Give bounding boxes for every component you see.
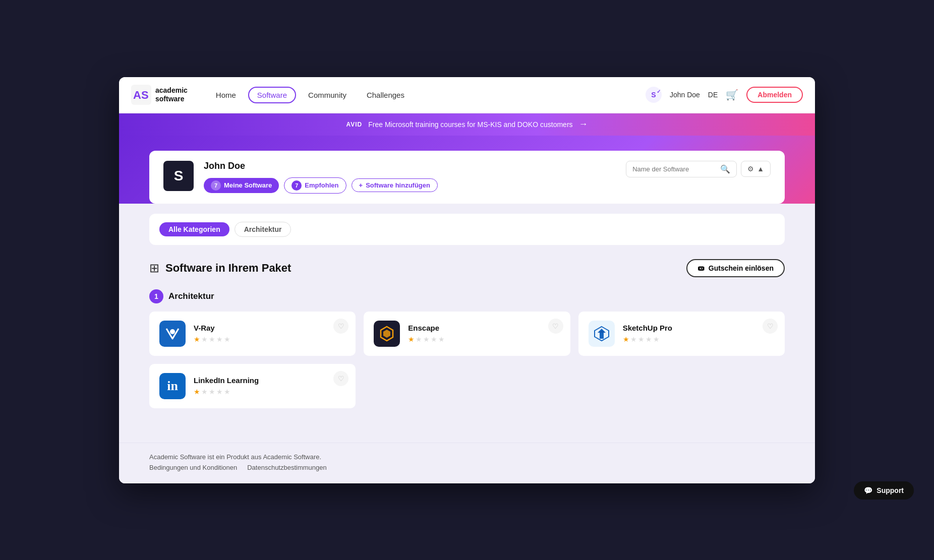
linkedin-name: LinkedIn Learning xyxy=(194,376,345,385)
vray-heart-button[interactable]: ♡ xyxy=(333,319,348,334)
language-selector[interactable]: DE xyxy=(708,91,718,99)
star1: ★ xyxy=(408,335,415,343)
cat-alle[interactable]: Alle Kategorien xyxy=(159,222,229,236)
sketchup-stars: ★ ★ ★ ★ ★ xyxy=(623,335,775,343)
enscape-info: Enscape ★ ★ ★ ★ ★ xyxy=(408,324,560,343)
stack-icon: ⊞ xyxy=(149,261,159,275)
cat-architektur[interactable]: Architektur xyxy=(235,222,291,237)
linkedin-heart-button[interactable]: ♡ xyxy=(333,371,348,386)
star1: ★ xyxy=(623,335,629,343)
vray-logo xyxy=(159,321,186,347)
software-grid-row2: in LinkedIn Learning ★ ★ ★ ★ ★ ♡ xyxy=(149,364,785,408)
footer-link-bedingungen[interactable]: Bedingungen und Konditionen xyxy=(149,464,237,471)
hero-section: S John Doe 7 Meine Software 7 Empfohlen … xyxy=(119,136,815,204)
nav-challenges[interactable]: Challenges xyxy=(359,88,413,102)
footer-link-datenschutz[interactable]: Datenschutzbestimmungen xyxy=(247,464,327,471)
main-content: Alle Kategorien Architektur ⊞ Software i… xyxy=(119,204,815,443)
support-label: Support xyxy=(877,486,904,494)
s-badge: S✓ xyxy=(646,87,662,103)
support-button[interactable]: 💬 Support xyxy=(854,481,914,500)
star5: ★ xyxy=(653,335,660,343)
support-chat-icon: 💬 xyxy=(864,486,872,494)
software-grid-row1: V-Ray ★ ★ ★ ★ ★ ♡ xyxy=(149,312,785,356)
star2: ★ xyxy=(201,335,208,343)
meine-label: Meine Software xyxy=(224,181,272,189)
sketchup-heart-button[interactable]: ♡ xyxy=(763,319,778,334)
enscape-heart-button[interactable]: ♡ xyxy=(548,319,563,334)
banner-arrow-icon: → xyxy=(579,119,588,130)
logo[interactable]: AS academic software xyxy=(131,85,188,105)
star3: ★ xyxy=(423,335,430,343)
star5: ★ xyxy=(438,335,445,343)
footer-text: Academic Software ist ein Produkt aus Ac… xyxy=(149,453,785,461)
software-card-sketchup: SketchUp Pro ★ ★ ★ ★ ★ ♡ xyxy=(578,312,785,356)
vray-name: V-Ray xyxy=(194,324,345,332)
software-card-vray: V-Ray ★ ★ ★ ★ ★ ♡ xyxy=(149,312,356,356)
footer: Academic Software ist ein Produkt aus Ac… xyxy=(119,443,815,483)
meine-count: 7 xyxy=(211,180,221,191)
cat-num: 1 xyxy=(149,289,163,303)
user-name: John Doe xyxy=(204,161,616,171)
add-icon: + xyxy=(359,181,363,189)
cart-icon[interactable]: 🛒 xyxy=(726,89,738,101)
vray-stars: ★ ★ ★ ★ ★ xyxy=(194,335,345,343)
navbar: AS academic software Home Software Commu… xyxy=(119,77,815,113)
voucher-button[interactable]: 🎟 Gutschein einlösen xyxy=(686,259,785,277)
svg-text:AS: AS xyxy=(133,89,149,101)
star2: ★ xyxy=(201,388,208,396)
logo-line2: software xyxy=(155,95,188,103)
empfohlen-label: Empfohlen xyxy=(305,181,338,189)
linkedin-stars: ★ ★ ★ ★ ★ xyxy=(194,388,345,396)
star4: ★ xyxy=(216,388,223,396)
nav-software[interactable]: Software xyxy=(248,87,296,103)
tag-meine-software[interactable]: 7 Meine Software xyxy=(204,178,279,193)
tag-empfohlen[interactable]: 7 Empfohlen xyxy=(284,177,346,194)
footer-links: Bedingungen und Konditionen Datenschutzb… xyxy=(149,464,785,471)
nav-right: S✓ John Doe DE 🛒 Abmelden xyxy=(646,87,803,103)
abmelden-button[interactable]: Abmelden xyxy=(746,87,803,103)
cat-name: Architektur xyxy=(168,291,214,301)
user-info: John Doe 7 Meine Software 7 Empfohlen + … xyxy=(204,161,616,194)
sketchup-info: SketchUp Pro ★ ★ ★ ★ ★ xyxy=(623,324,775,343)
star3: ★ xyxy=(209,335,215,343)
voucher-label: Gutschein einlösen xyxy=(709,264,774,272)
username: John Doe xyxy=(670,91,700,99)
voucher-icon: 🎟 xyxy=(697,264,705,272)
star4: ★ xyxy=(646,335,652,343)
banner[interactable]: AVID Free Microsoft training courses for… xyxy=(119,113,815,136)
star5: ★ xyxy=(224,335,230,343)
search-icon: 🔍 xyxy=(720,164,730,174)
linkedin-logo: in xyxy=(159,373,186,399)
sketchup-name: SketchUp Pro xyxy=(623,324,775,332)
cat-badge: 1 Architektur xyxy=(149,289,214,303)
browser-window: AS academic software Home Software Commu… xyxy=(119,77,815,483)
search-area: 🔍 ⚙ ▲ xyxy=(626,161,771,177)
vray-info: V-Ray ★ ★ ★ ★ ★ xyxy=(194,324,345,343)
banner-logo: AVID xyxy=(346,121,362,128)
search-input[interactable] xyxy=(632,165,716,173)
user-card: S John Doe 7 Meine Software 7 Empfohlen … xyxy=(149,151,785,204)
search-input-wrap: 🔍 xyxy=(626,161,737,177)
enscape-stars: ★ ★ ★ ★ ★ xyxy=(408,335,560,343)
enscape-name: Enscape xyxy=(408,324,560,332)
star1: ★ xyxy=(194,388,200,396)
banner-text: Free Microsoft training courses for MS-K… xyxy=(368,120,572,129)
user-tags: 7 Meine Software 7 Empfohlen + Software … xyxy=(204,177,616,194)
software-card-linkedin: in LinkedIn Learning ★ ★ ★ ★ ★ ♡ xyxy=(149,364,356,408)
star5: ★ xyxy=(224,388,230,396)
star1: ★ xyxy=(194,335,200,343)
section-header: ⊞ Software in Ihrem Paket 🎟 Gutschein ei… xyxy=(149,259,785,277)
software-card-enscape: Enscape ★ ★ ★ ★ ★ ♡ xyxy=(364,312,570,356)
svg-point-3 xyxy=(170,329,175,334)
logo-line1: academic xyxy=(155,86,188,95)
nav-home[interactable]: Home xyxy=(208,88,244,102)
nav-links: Home Software Community Challenges xyxy=(208,87,646,103)
category-architektur: 1 Architektur V-Ray xyxy=(149,289,785,408)
filter-icon: ⚙ xyxy=(747,165,754,173)
categories-bar: Alle Kategorien Architektur xyxy=(149,214,785,245)
star3: ★ xyxy=(638,335,645,343)
add-label: Software hinzufügen xyxy=(366,181,430,189)
nav-community[interactable]: Community xyxy=(300,88,355,102)
filter-button[interactable]: ⚙ ▲ xyxy=(741,161,771,177)
tag-add-software[interactable]: + Software hinzufügen xyxy=(352,178,438,192)
